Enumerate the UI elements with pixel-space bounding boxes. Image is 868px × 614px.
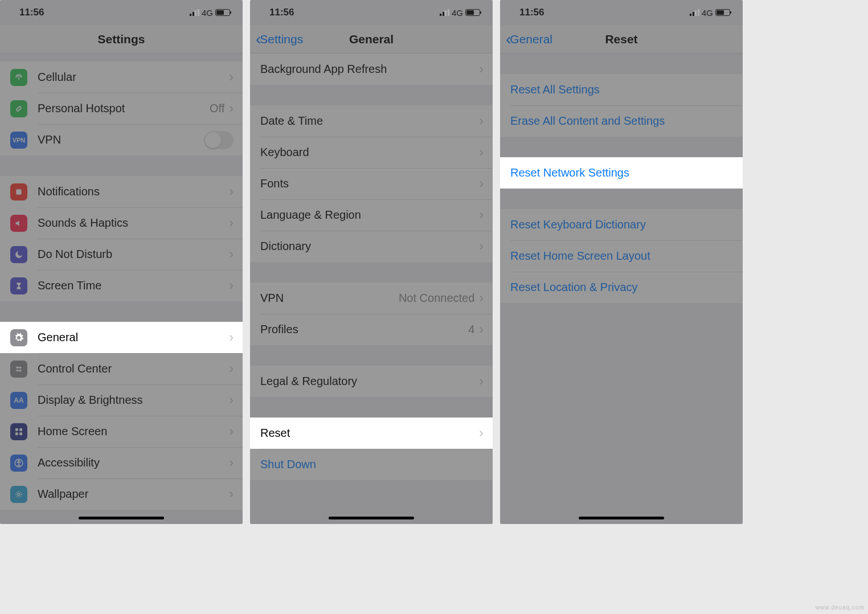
label: Reset Keyboard Dictionary (510, 218, 734, 231)
home-indicator[interactable] (79, 517, 164, 519)
label: Personal Hotspot (38, 102, 210, 115)
row-profiles[interactable]: Profiles 4 › (250, 314, 493, 345)
row-general[interactable]: General › (0, 322, 243, 353)
row-sounds[interactable]: Sounds & Haptics › (0, 207, 243, 239)
row-notifications[interactable]: Notifications › (0, 176, 243, 207)
label: Reset Network Settings (510, 166, 734, 179)
row-screentime[interactable]: Screen Time › (0, 270, 243, 301)
network-label: 4G (202, 8, 213, 18)
row-reset-home-layout[interactable]: Reset Home Screen Layout (500, 240, 743, 272)
speaker-icon (10, 215, 27, 232)
chevron-right-icon: › (229, 278, 234, 293)
status-time: 11:56 (519, 7, 544, 18)
signal-icon (690, 9, 699, 16)
label: Language & Region (260, 208, 479, 222)
value: Off (210, 102, 224, 115)
hourglass-icon (10, 277, 27, 294)
row-dnd[interactable]: Do Not Disturb › (0, 239, 243, 270)
row-date-time[interactable]: Date & Time › (250, 105, 493, 137)
row-reset[interactable]: Reset › (250, 417, 493, 449)
label: Erase All Content and Settings (510, 114, 734, 128)
row-erase-all[interactable]: Erase All Content and Settings (500, 105, 743, 137)
row-accessibility[interactable]: Accessibility › (0, 447, 243, 478)
row-legal[interactable]: Legal & Regulatory › (250, 366, 493, 397)
row-home-screen[interactable]: Home Screen › (0, 416, 243, 447)
chevron-right-icon: › (229, 247, 234, 262)
row-wallpaper[interactable]: Wallpaper › (0, 478, 243, 510)
chevron-right-icon: › (229, 486, 234, 502)
label: Shut Down (260, 458, 484, 471)
row-hotspot[interactable]: Personal Hotspot Off › (0, 93, 243, 124)
chevron-right-icon: › (479, 425, 484, 441)
svg-point-3 (19, 369, 22, 371)
back-button[interactable]: ‹ General (506, 31, 552, 47)
row-dictionary[interactable]: Dictionary › (250, 231, 493, 262)
row-display[interactable]: AA Display & Brightness › (0, 384, 243, 416)
signal-icon (440, 9, 449, 16)
label: Date & Time (260, 114, 479, 128)
text-size-icon: AA (10, 392, 27, 409)
battery-icon (215, 9, 230, 16)
label: Wallpaper (38, 488, 229, 501)
signal-icon (190, 9, 199, 16)
chevron-right-icon: › (479, 207, 484, 223)
chevron-right-icon: › (479, 145, 484, 160)
back-button[interactable]: ‹ Settings (256, 31, 303, 47)
page-title: Reset (605, 32, 637, 46)
network-label: 4G (452, 8, 463, 18)
back-label: General (510, 32, 552, 46)
label: Screen Time (38, 279, 229, 292)
grid-icon (10, 423, 27, 440)
svg-point-11 (18, 493, 20, 496)
svg-rect-5 (15, 428, 18, 431)
row-reset-network[interactable]: Reset Network Settings (500, 157, 743, 189)
label: Keyboard (260, 146, 479, 159)
home-indicator[interactable] (579, 517, 664, 519)
label: Sounds & Haptics (38, 216, 229, 230)
svg-point-1 (16, 366, 18, 369)
row-cellular[interactable]: Cellular › (0, 62, 243, 93)
label: Reset All Settings (510, 83, 734, 96)
svg-rect-8 (19, 432, 22, 435)
chevron-right-icon: › (229, 424, 234, 439)
vpn-icon: VPN (10, 132, 27, 149)
status-bar: 11:56 4G (0, 0, 243, 25)
label: Reset Location & Privacy (510, 281, 734, 294)
label: Notifications (38, 185, 229, 198)
svg-point-10 (18, 460, 19, 461)
label: Legal & Regulatory (260, 375, 479, 388)
label: Accessibility (38, 456, 229, 469)
chevron-right-icon: › (229, 69, 234, 85)
row-language[interactable]: Language & Region › (250, 199, 493, 231)
label: Cellular (38, 71, 229, 84)
page-title: General (349, 32, 394, 46)
row-reset-keyboard-dict[interactable]: Reset Keyboard Dictionary (500, 209, 743, 240)
svg-rect-0 (16, 189, 21, 194)
nav-bar: Settings (0, 25, 243, 54)
row-reset-location[interactable]: Reset Location & Privacy (500, 272, 743, 303)
row-vpn[interactable]: VPN Not Connected › (250, 283, 493, 314)
row-bg-app-refresh[interactable]: Background App Refresh › (250, 54, 493, 85)
row-shut-down[interactable]: Shut Down (250, 449, 493, 480)
row-fonts[interactable]: Fonts › (250, 168, 493, 199)
label: Home Screen (38, 425, 229, 438)
row-keyboard[interactable]: Keyboard › (250, 137, 493, 168)
label: Control Center (38, 362, 229, 375)
chevron-right-icon: › (479, 322, 484, 337)
label: Display & Brightness (38, 394, 229, 407)
row-control-center[interactable]: Control Center › (0, 353, 243, 384)
home-indicator[interactable] (329, 517, 414, 519)
svg-rect-6 (19, 428, 22, 431)
network-label: 4G (702, 8, 713, 18)
label: Background App Refresh (260, 63, 479, 76)
chevron-right-icon: › (479, 176, 484, 191)
chevron-right-icon: › (479, 62, 484, 77)
vpn-toggle[interactable] (204, 131, 234, 149)
row-reset-all[interactable]: Reset All Settings (500, 74, 743, 105)
svg-rect-7 (15, 432, 18, 435)
back-label: Settings (260, 32, 303, 46)
status-bar: 11:56 4G (250, 0, 493, 25)
row-vpn[interactable]: VPN VPN (0, 124, 243, 155)
chevron-right-icon: › (229, 455, 234, 470)
chevron-right-icon: › (229, 392, 234, 408)
